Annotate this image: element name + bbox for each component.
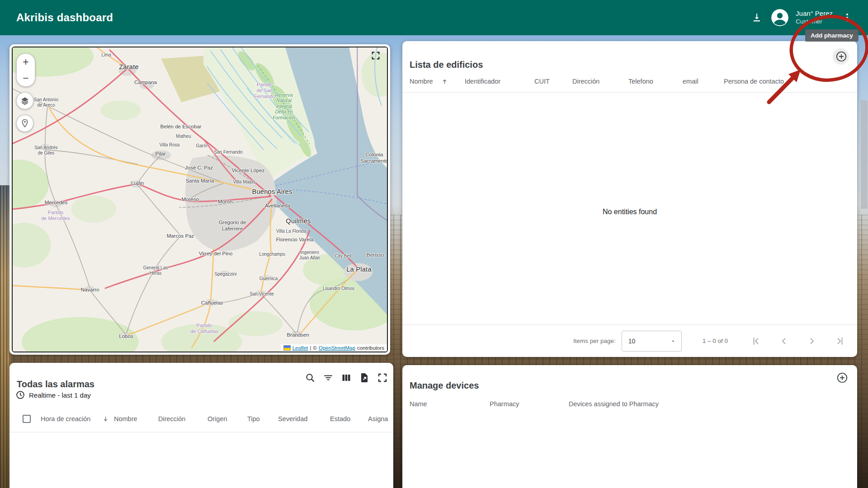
map-place-label: Lima <box>101 52 111 58</box>
avatar[interactable] <box>771 9 788 26</box>
devices-panel: Manage devices Name Pharmacy Devices ass… <box>402 365 857 488</box>
page-scrollbar-thumb[interactable] <box>861 100 868 209</box>
user-name: Juan° Perez <box>796 9 833 18</box>
prev-page-button[interactable] <box>778 336 789 347</box>
map-place-label: Zárate <box>119 63 139 71</box>
page-size-select[interactable]: 10 <box>622 331 682 352</box>
column-header-origen[interactable]: Origen <box>208 415 227 422</box>
export-button[interactable] <box>359 372 370 383</box>
column-header-tipo[interactable]: Tipo <box>247 415 260 422</box>
select-all-checkbox[interactable] <box>23 415 31 423</box>
map-place-label: Lobos <box>119 333 133 340</box>
map-place-label: San Andrés de Giles <box>34 145 58 156</box>
buildings-panel: Lista de edificios Nombre Identificador … <box>402 41 857 357</box>
plus-circle-icon <box>835 51 847 62</box>
map-place-label: Mercedes <box>45 200 68 206</box>
app-title: Akribis dashboard <box>16 11 113 24</box>
map-place-label: Brandsen <box>287 332 309 338</box>
add-device-button[interactable] <box>836 372 848 385</box>
plus-circle-icon <box>836 372 848 384</box>
column-header-nombre[interactable]: Nombre <box>410 78 433 85</box>
map-place-label: Quilmes <box>286 217 311 225</box>
columns-icon <box>341 372 352 383</box>
map-place-label: Garín <box>196 143 207 149</box>
search-button[interactable] <box>305 372 316 383</box>
header-actions: Juan° Perez Customer <box>751 9 868 26</box>
map-place-label: General Las Heras <box>143 265 168 276</box>
map-place-label: Reserva Natural Integral Delta en Formac… <box>273 92 295 120</box>
last-page-button[interactable] <box>835 336 845 347</box>
chevron-left-icon <box>778 336 789 347</box>
layers-button[interactable] <box>16 92 33 109</box>
next-page-button[interactable] <box>807 336 817 347</box>
columns-button[interactable] <box>341 372 352 383</box>
download-icon <box>751 12 762 23</box>
alarms-fullscreen-button[interactable] <box>377 372 388 383</box>
map-place-label: Luján <box>131 180 144 187</box>
map-labels: LimaZárateCampanaPartido de San Fernando… <box>13 47 387 352</box>
map-place-label: Moreno <box>182 197 199 203</box>
attr-suffix: contributors <box>357 345 384 351</box>
column-header-hora[interactable]: Hora de creación <box>41 415 90 422</box>
map-place-label: Pilar <box>155 151 165 157</box>
map-place-label: Berisso <box>367 252 384 258</box>
column-header-telefono[interactable]: Telefono <box>628 78 653 85</box>
leaflet-link[interactable]: Leaflet <box>292 345 308 351</box>
filter-button[interactable] <box>323 372 334 383</box>
realtime-range[interactable]: Realtime - last 1 day <box>15 390 91 400</box>
map-place-label: Navarro <box>81 287 99 293</box>
map-place-label: Villa La Florida <box>276 229 306 234</box>
zoom-in-button[interactable]: + <box>17 54 35 70</box>
map-place-label: San Vicente <box>250 291 274 297</box>
column-header-identificador[interactable]: Identificador <box>465 78 500 85</box>
column-header-asignado[interactable]: Asigna <box>368 415 388 422</box>
column-header-pharmacy[interactable]: Pharmacy <box>490 400 519 408</box>
map-attribution: Leaflet | © OpenStreetMap contributors <box>281 344 387 352</box>
column-header-direccion[interactable]: Dirección <box>572 78 599 85</box>
map-place-label: Villa Rosa <box>160 142 180 148</box>
export-file-icon <box>359 372 370 383</box>
map-place-label: Virrey del Pino <box>199 251 233 257</box>
download-button[interactable] <box>751 12 762 23</box>
column-header-email[interactable]: email <box>683 78 698 85</box>
map-place-label: Ingeniero Juan Allan <box>299 250 320 261</box>
first-page-button[interactable] <box>750 336 761 347</box>
column-header-direccion-alarma[interactable]: Dirección <box>158 415 185 422</box>
map[interactable]: LimaZárateCampanaPartido de San Fernando… <box>12 47 388 352</box>
column-header-severidad[interactable]: Severidad <box>278 415 307 422</box>
attr-copyright: © <box>313 345 316 351</box>
map-place-label: La Plata <box>346 266 372 273</box>
fullscreen-icon <box>377 372 388 383</box>
clock-icon <box>15 390 25 400</box>
items-per-page-label: Items per page: <box>573 338 616 344</box>
column-header-persona[interactable]: Persona de contacto <box>724 78 784 85</box>
osm-link[interactable]: OpenStreetMap <box>319 345 355 351</box>
map-place-label: Belén de Escobar <box>160 124 202 130</box>
more-vert-button[interactable] <box>842 12 853 23</box>
map-panel: LimaZárateCampanaPartido de San Fernando… <box>9 44 390 355</box>
pagination-range: 1 – 0 of 0 <box>703 338 728 344</box>
column-header-cuit[interactable]: CUIT <box>534 78 550 85</box>
last-page-icon <box>835 336 845 347</box>
map-place-label: Partido de Mercedes <box>41 210 70 221</box>
sort-desc-icon <box>102 416 109 422</box>
user-info[interactable]: Juan° Perez Customer <box>796 9 833 26</box>
location-pin-button[interactable] <box>16 115 33 132</box>
column-header-devices-assigned[interactable]: Devices assigned to Pharmacy <box>569 400 659 408</box>
dashboard-page: Akribis dashboard Juan° Perez Customer <box>0 0 868 488</box>
alarms-panel: Todas las alarmas <box>9 363 393 488</box>
column-header-nombre-alarma[interactable]: Nombre <box>114 415 137 422</box>
empty-message: No entities found <box>402 208 857 216</box>
map-fullscreen-button[interactable] <box>368 50 383 62</box>
map-place-label: Vicente López <box>232 168 265 174</box>
add-pharmacy-button[interactable] <box>833 48 849 65</box>
pagination-controls <box>750 336 845 347</box>
map-place-label: Longchamps <box>259 252 285 257</box>
attr-divider: | <box>310 345 311 351</box>
map-place-label: Gregorio de Laferrere <box>219 220 246 232</box>
column-header-estado[interactable]: Estado <box>330 415 350 422</box>
column-header-name[interactable]: Name <box>410 400 427 408</box>
page-size-value: 10 <box>628 338 636 345</box>
zoom-out-button[interactable]: − <box>17 70 35 86</box>
map-place-label: Santa María <box>186 178 214 184</box>
